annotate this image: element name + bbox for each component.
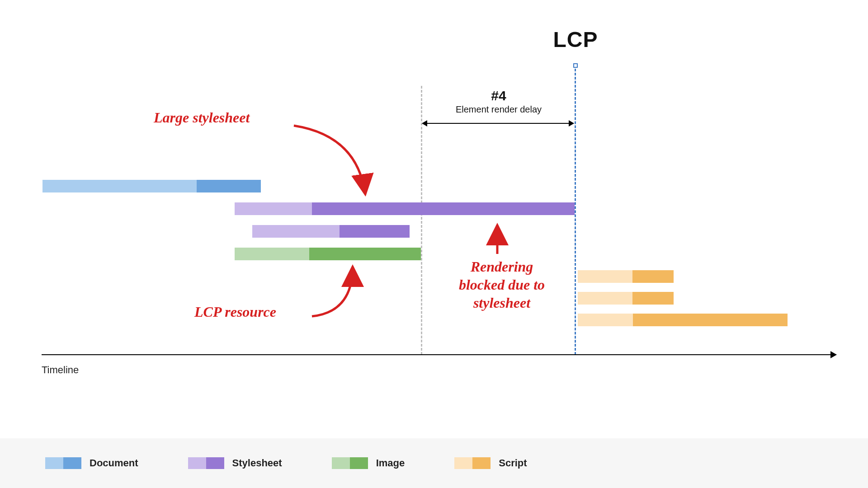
bar-script-3 [578, 314, 788, 326]
timeline-axis [42, 354, 836, 355]
legend-label: Document [90, 457, 138, 469]
annotation-arrows-overlay [0, 0, 868, 488]
diagram-canvas: LCP #4 Element render delay [0, 0, 868, 488]
legend-item-script: Script [454, 457, 527, 469]
legend-item-document: Document [45, 457, 138, 469]
annotation-large-stylesheet: Large stylesheet [154, 108, 250, 127]
legend: Document Stylesheet Image Script [0, 438, 868, 488]
legend-swatch-stylesheet [188, 457, 224, 469]
legend-label: Image [376, 457, 405, 469]
bar-script-1 [578, 270, 674, 283]
legend-item-stylesheet: Stylesheet [188, 457, 282, 469]
bar-image-lcp [235, 248, 421, 260]
guide-gap-start [421, 86, 422, 355]
legend-swatch-image [332, 457, 368, 469]
guide-lcp-line [575, 69, 576, 355]
legend-label: Script [499, 457, 527, 469]
legend-swatch-script [454, 457, 491, 469]
annotation-blocked: Rendering blocked due to stylesheet [443, 258, 561, 312]
legend-label: Stylesheet [232, 457, 282, 469]
legend-swatch-document [45, 457, 81, 469]
legend-item-image: Image [332, 457, 405, 469]
bar-document [42, 180, 261, 192]
segment-range-arrow-icon [422, 123, 574, 124]
annotation-lcp-resource: LCP resource [194, 303, 276, 321]
lcp-marker-icon [573, 63, 578, 68]
timeline-axis-label: Timeline [42, 364, 79, 376]
bar-stylesheet-small [252, 225, 410, 238]
segment-text: Element render delay [456, 104, 542, 115]
bar-script-2 [578, 292, 674, 305]
lcp-title: LCP [553, 27, 598, 52]
segment-label: #4 Element render delay [456, 88, 542, 115]
bar-stylesheet-large [235, 202, 575, 215]
segment-number: #4 [456, 88, 542, 103]
